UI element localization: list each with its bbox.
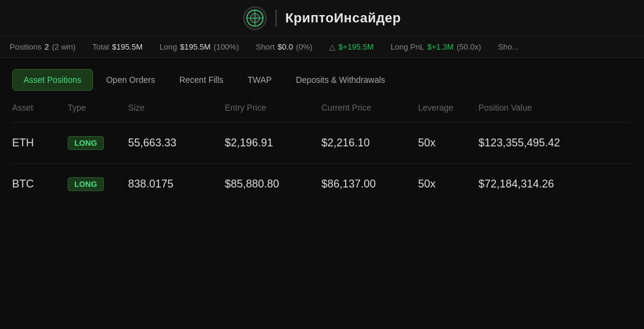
cell-eth-entry-price: $2,196.91 xyxy=(217,123,314,164)
positions-table: Asset Type Size Entry Price Current Pric… xyxy=(12,103,632,204)
ticker-short-pnl: Sho... xyxy=(498,42,518,51)
col-header-size: Size xyxy=(121,103,217,123)
cell-eth-type: LONG xyxy=(60,123,121,164)
col-header-type: Type xyxy=(60,103,121,123)
col-header-position-value: Position Value xyxy=(471,103,632,123)
cell-btc-entry-price: $85,880.80 xyxy=(217,164,314,205)
type-badge-eth: LONG xyxy=(68,136,104,150)
positions-table-container: Asset Type Size Entry Price Current Pric… xyxy=(0,91,644,204)
cell-btc-current-price: $86,137.00 xyxy=(314,164,411,205)
ticker-delta: △ $+195.5M xyxy=(329,42,373,51)
logo xyxy=(243,6,267,30)
ticker-long-pnl: Long PnL $+1.3M (50.0x) xyxy=(391,42,481,51)
tab-deposits-withdrawals[interactable]: Deposits & Withdrawals xyxy=(285,70,396,90)
cell-btc-asset: BTC xyxy=(12,164,60,205)
header-divider xyxy=(275,10,277,27)
col-header-entry-price: Entry Price xyxy=(217,103,314,123)
tab-navigation: Asset Positions Open Orders Recent Fills… xyxy=(0,58,644,91)
cell-eth-leverage: 50x xyxy=(411,123,471,164)
col-header-current-price: Current Price xyxy=(314,103,411,123)
tab-twap[interactable]: TWAP xyxy=(237,70,283,90)
table-row: BTC LONG 838.0175 $85,880.80 $86,137.00 … xyxy=(12,164,632,205)
ticker-short: Short $0.0 (0%) xyxy=(256,42,313,51)
ticker-positions: Positions 2 (2 win) xyxy=(10,42,76,51)
col-header-asset: Asset xyxy=(12,103,60,123)
tab-open-orders[interactable]: Open Orders xyxy=(95,70,166,90)
cell-btc-type: LONG xyxy=(60,164,121,205)
cell-eth-position-value: $123,355,495.42 xyxy=(471,123,632,164)
cell-eth-asset: ETH xyxy=(12,123,60,164)
table-header-row: Asset Type Size Entry Price Current Pric… xyxy=(12,103,632,123)
tab-asset-positions[interactable]: Asset Positions xyxy=(12,69,93,91)
col-header-leverage: Leverage xyxy=(411,103,471,123)
ticker-bar: Positions 2 (2 win) Total $195.5M Long $… xyxy=(0,36,644,58)
table-row: ETH LONG 55,663.33 $2,196.91 $2,216.10 5… xyxy=(12,123,632,164)
cell-eth-current-price: $2,216.10 xyxy=(314,123,411,164)
type-badge-btc: LONG xyxy=(68,177,104,191)
cell-eth-size: 55,663.33 xyxy=(121,123,217,164)
header: КриптоИнсайдер xyxy=(0,0,644,36)
cell-btc-position-value: $72,184,314.26 xyxy=(471,164,632,205)
ticker-total: Total $195.5M xyxy=(92,42,143,51)
ticker-long: Long $195.5M (100%) xyxy=(159,42,239,51)
tab-recent-fills[interactable]: Recent Fills xyxy=(169,70,234,90)
cell-btc-leverage: 50x xyxy=(411,164,471,205)
app-title: КриптоИнсайдер xyxy=(285,10,401,26)
cell-btc-size: 838.0175 xyxy=(121,164,217,205)
